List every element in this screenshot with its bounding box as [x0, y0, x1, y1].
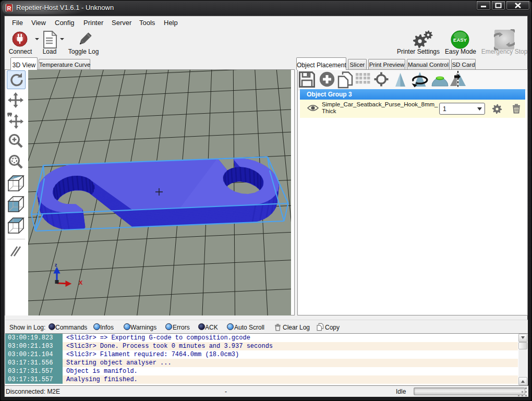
svg-text:z: z: [55, 262, 57, 268]
svg-text:EASY: EASY: [453, 37, 467, 43]
svg-text:X: X: [79, 280, 83, 286]
